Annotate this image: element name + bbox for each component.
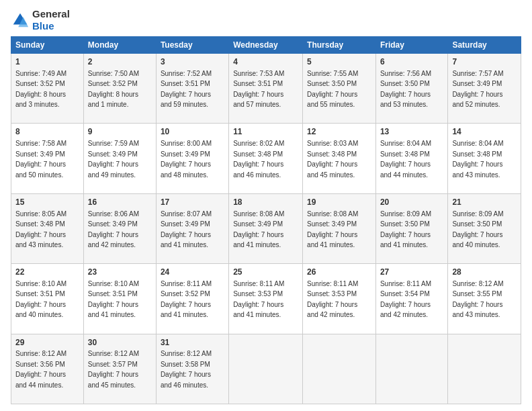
- day-number: 22: [15, 267, 79, 278]
- calendar-cell: 7Sunrise: 7:57 AM Sunset: 3:49 PM Daylig…: [448, 54, 521, 124]
- day-number: 11: [233, 126, 298, 138]
- day-number: 19: [307, 197, 371, 208]
- day-number: 2: [88, 56, 152, 68]
- calendar-table: SundayMondayTuesdayWednesdayThursdayFrid…: [11, 36, 521, 404]
- day-info: Sunrise: 8:11 AM Sunset: 3:53 PM Dayligh…: [307, 280, 358, 319]
- header: General Blue: [11, 8, 521, 32]
- calendar-cell: 21Sunrise: 8:09 AM Sunset: 3:50 PM Dayli…: [448, 193, 521, 263]
- day-number: 23: [88, 267, 152, 278]
- calendar-cell: 10Sunrise: 8:00 AM Sunset: 3:49 PM Dayli…: [156, 124, 228, 193]
- day-info: Sunrise: 8:12 AM Sunset: 3:58 PM Dayligh…: [161, 350, 212, 389]
- calendar-cell: 6Sunrise: 7:56 AM Sunset: 3:50 PM Daylig…: [375, 54, 447, 124]
- calendar-cell: 16Sunrise: 8:06 AM Sunset: 3:49 PM Dayli…: [83, 193, 156, 263]
- calendar-cell: 30Sunrise: 8:12 AM Sunset: 3:57 PM Dayli…: [83, 334, 156, 404]
- day-number: 16: [88, 197, 152, 208]
- day-info: Sunrise: 8:08 AM Sunset: 3:49 PM Dayligh…: [307, 210, 358, 249]
- day-number: 10: [161, 126, 224, 138]
- day-number: 7: [452, 56, 517, 68]
- calendar-cell: 18Sunrise: 8:08 AM Sunset: 3:49 PM Dayli…: [229, 193, 303, 263]
- calendar-cell: 5Sunrise: 7:55 AM Sunset: 3:50 PM Daylig…: [303, 54, 376, 124]
- day-info: Sunrise: 7:58 AM Sunset: 3:49 PM Dayligh…: [15, 140, 66, 179]
- day-info: Sunrise: 7:55 AM Sunset: 3:50 PM Dayligh…: [307, 70, 358, 109]
- day-number: 13: [380, 126, 443, 138]
- day-info: Sunrise: 8:09 AM Sunset: 3:50 PM Dayligh…: [452, 210, 503, 249]
- day-info: Sunrise: 7:49 AM Sunset: 3:52 PM Dayligh…: [15, 70, 66, 109]
- week-row-2: 8Sunrise: 7:58 AM Sunset: 3:49 PM Daylig…: [11, 124, 521, 193]
- page: General Blue SundayMondayTuesdayWednesda…: [0, 0, 532, 411]
- day-info: Sunrise: 7:57 AM Sunset: 3:49 PM Dayligh…: [452, 70, 503, 109]
- day-info: Sunrise: 8:04 AM Sunset: 3:48 PM Dayligh…: [380, 140, 431, 179]
- calendar-cell: 14Sunrise: 8:04 AM Sunset: 3:48 PM Dayli…: [448, 124, 521, 193]
- col-header-wednesday: Wednesday: [229, 37, 303, 54]
- logo-text: General Blue: [32, 8, 70, 32]
- calendar-cell: 9Sunrise: 7:59 AM Sunset: 3:49 PM Daylig…: [83, 124, 156, 193]
- logo: General Blue: [11, 8, 70, 32]
- day-number: 12: [307, 126, 371, 138]
- day-info: Sunrise: 7:52 AM Sunset: 3:51 PM Dayligh…: [161, 70, 212, 109]
- calendar-cell: 4Sunrise: 7:53 AM Sunset: 3:51 PM Daylig…: [229, 54, 303, 124]
- calendar-cell: 13Sunrise: 8:04 AM Sunset: 3:48 PM Dayli…: [375, 124, 447, 193]
- day-number: 27: [380, 267, 443, 278]
- day-number: 24: [161, 267, 224, 278]
- calendar-cell: 2Sunrise: 7:50 AM Sunset: 3:52 PM Daylig…: [83, 54, 156, 124]
- calendar-cell: 11Sunrise: 8:02 AM Sunset: 3:48 PM Dayli…: [229, 124, 303, 193]
- col-header-thursday: Thursday: [303, 37, 376, 54]
- day-info: Sunrise: 8:12 AM Sunset: 3:56 PM Dayligh…: [15, 350, 66, 389]
- calendar-cell: 8Sunrise: 7:58 AM Sunset: 3:49 PM Daylig…: [11, 124, 84, 193]
- calendar-cell: 28Sunrise: 8:12 AM Sunset: 3:55 PM Dayli…: [448, 264, 521, 334]
- week-row-5: 29Sunrise: 8:12 AM Sunset: 3:56 PM Dayli…: [11, 334, 521, 404]
- calendar-cell: 23Sunrise: 8:10 AM Sunset: 3:51 PM Dayli…: [83, 264, 156, 334]
- day-info: Sunrise: 8:02 AM Sunset: 3:48 PM Dayligh…: [233, 140, 284, 179]
- day-number: 28: [452, 267, 517, 278]
- day-number: 20: [380, 197, 443, 208]
- day-info: Sunrise: 8:04 AM Sunset: 3:48 PM Dayligh…: [452, 140, 503, 179]
- calendar-cell: 17Sunrise: 8:07 AM Sunset: 3:49 PM Dayli…: [156, 193, 228, 263]
- calendar-cell: 24Sunrise: 8:11 AM Sunset: 3:52 PM Dayli…: [156, 264, 228, 334]
- col-header-friday: Friday: [375, 37, 447, 54]
- calendar-cell: [375, 334, 447, 404]
- week-row-3: 15Sunrise: 8:05 AM Sunset: 3:48 PM Dayli…: [11, 193, 521, 263]
- col-header-saturday: Saturday: [448, 37, 521, 54]
- day-number: 30: [88, 337, 152, 349]
- day-info: Sunrise: 7:50 AM Sunset: 3:52 PM Dayligh…: [88, 70, 139, 109]
- day-number: 29: [15, 337, 79, 349]
- day-number: 25: [233, 267, 298, 278]
- calendar-cell: 26Sunrise: 8:11 AM Sunset: 3:53 PM Dayli…: [303, 264, 376, 334]
- day-number: 4: [233, 56, 298, 68]
- day-number: 17: [161, 197, 224, 208]
- calendar-cell: 1Sunrise: 7:49 AM Sunset: 3:52 PM Daylig…: [11, 54, 84, 124]
- day-number: 1: [15, 56, 79, 68]
- logo-icon: [11, 11, 30, 30]
- calendar-cell: 31Sunrise: 8:12 AM Sunset: 3:58 PM Dayli…: [156, 334, 228, 404]
- day-info: Sunrise: 8:11 AM Sunset: 3:53 PM Dayligh…: [233, 280, 284, 319]
- week-row-1: 1Sunrise: 7:49 AM Sunset: 3:52 PM Daylig…: [11, 54, 521, 124]
- day-info: Sunrise: 8:12 AM Sunset: 3:57 PM Dayligh…: [88, 350, 139, 389]
- day-number: 3: [161, 56, 224, 68]
- day-info: Sunrise: 8:10 AM Sunset: 3:51 PM Dayligh…: [15, 280, 66, 319]
- calendar-cell: 19Sunrise: 8:08 AM Sunset: 3:49 PM Dayli…: [303, 193, 376, 263]
- day-number: 26: [307, 267, 371, 278]
- week-row-4: 22Sunrise: 8:10 AM Sunset: 3:51 PM Dayli…: [11, 264, 521, 334]
- day-info: Sunrise: 8:08 AM Sunset: 3:49 PM Dayligh…: [233, 210, 284, 249]
- day-info: Sunrise: 8:10 AM Sunset: 3:51 PM Dayligh…: [88, 280, 139, 319]
- calendar-cell: 20Sunrise: 8:09 AM Sunset: 3:50 PM Dayli…: [375, 193, 447, 263]
- day-info: Sunrise: 8:00 AM Sunset: 3:49 PM Dayligh…: [161, 140, 212, 179]
- calendar-cell: 25Sunrise: 8:11 AM Sunset: 3:53 PM Dayli…: [229, 264, 303, 334]
- day-info: Sunrise: 7:59 AM Sunset: 3:49 PM Dayligh…: [88, 140, 139, 179]
- day-info: Sunrise: 8:07 AM Sunset: 3:49 PM Dayligh…: [161, 210, 212, 249]
- calendar-header-row: SundayMondayTuesdayWednesdayThursdayFrid…: [11, 37, 521, 54]
- day-info: Sunrise: 8:11 AM Sunset: 3:54 PM Dayligh…: [380, 280, 431, 319]
- col-header-monday: Monday: [83, 37, 156, 54]
- day-info: Sunrise: 8:06 AM Sunset: 3:49 PM Dayligh…: [88, 210, 139, 249]
- day-info: Sunrise: 7:56 AM Sunset: 3:50 PM Dayligh…: [380, 70, 431, 109]
- calendar-cell: [448, 334, 521, 404]
- day-number: 18: [233, 197, 298, 208]
- day-number: 21: [452, 197, 517, 208]
- calendar-cell: 15Sunrise: 8:05 AM Sunset: 3:48 PM Dayli…: [11, 193, 84, 263]
- day-number: 31: [161, 337, 224, 349]
- day-info: Sunrise: 8:05 AM Sunset: 3:48 PM Dayligh…: [15, 210, 66, 249]
- day-number: 6: [380, 56, 443, 68]
- day-number: 8: [15, 126, 79, 138]
- calendar-cell: 12Sunrise: 8:03 AM Sunset: 3:48 PM Dayli…: [303, 124, 376, 193]
- day-number: 5: [307, 56, 371, 68]
